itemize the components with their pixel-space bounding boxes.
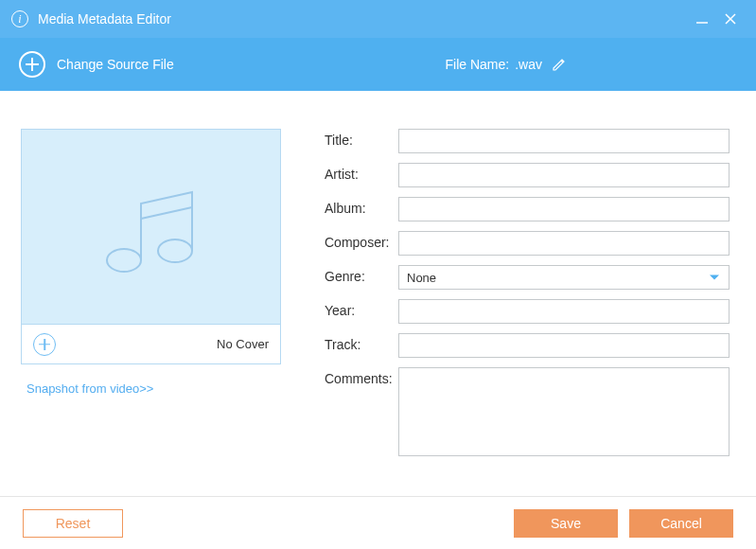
reset-button[interactable]: Reset	[23, 509, 123, 538]
metadata-form: Title: Artist: Album: Composer: Genre: N…	[281, 129, 730, 496]
info-icon: i	[11, 10, 28, 27]
title-input[interactable]	[398, 129, 730, 153]
svg-point-4	[158, 239, 192, 262]
track-input[interactable]	[398, 333, 730, 358]
footer: Reset Save Cancel	[0, 496, 756, 549]
title-bar: i Media Metadata Editor	[0, 0, 756, 38]
music-note-icon	[90, 166, 213, 289]
no-cover-label: No Cover	[217, 337, 269, 351]
change-source-button[interactable]: Change Source File	[19, 51, 174, 78]
cover-preview	[21, 129, 281, 325]
close-button[interactable]	[716, 5, 745, 33]
edit-filename-button[interactable]	[552, 57, 567, 72]
content-area: No Cover Snapshot from video>> Title: Ar…	[0, 91, 756, 496]
comments-label: Comments:	[325, 367, 398, 386]
toolbar: Change Source File File Name: .wav	[0, 38, 756, 91]
minimize-icon	[694, 11, 710, 27]
cancel-button[interactable]: Cancel	[629, 509, 733, 538]
svg-point-3	[107, 249, 141, 272]
chevron-down-icon	[710, 275, 719, 280]
year-input[interactable]	[398, 299, 730, 324]
change-source-label: Change Source File	[57, 57, 174, 72]
cover-column: No Cover Snapshot from video>>	[21, 129, 281, 496]
file-name-label: File Name:	[446, 57, 510, 72]
file-name-area: File Name: .wav	[446, 57, 567, 72]
composer-label: Composer:	[325, 231, 398, 250]
composer-input[interactable]	[398, 231, 730, 256]
cover-action-bar: No Cover	[21, 325, 281, 364]
minimize-button[interactable]	[688, 5, 716, 33]
year-label: Year:	[325, 299, 398, 318]
title-label: Title:	[325, 129, 398, 148]
window-title: Media Metadata Editor	[38, 11, 171, 27]
plus-circle-icon	[19, 51, 45, 78]
artist-input[interactable]	[398, 163, 730, 187]
add-cover-button[interactable]	[33, 333, 56, 356]
save-button[interactable]: Save	[514, 509, 618, 538]
genre-value: None	[407, 271, 436, 285]
snapshot-link[interactable]: Snapshot from video>>	[21, 381, 281, 396]
genre-select[interactable]: None	[398, 265, 730, 290]
genre-label: Genre:	[325, 265, 398, 284]
artist-label: Artist:	[325, 163, 398, 182]
comments-input[interactable]	[398, 367, 730, 456]
pencil-icon	[552, 57, 567, 72]
track-label: Track:	[325, 333, 398, 352]
album-label: Album:	[325, 197, 398, 216]
file-name-value: .wav	[515, 57, 542, 72]
album-input[interactable]	[398, 197, 730, 221]
close-icon	[723, 11, 738, 27]
